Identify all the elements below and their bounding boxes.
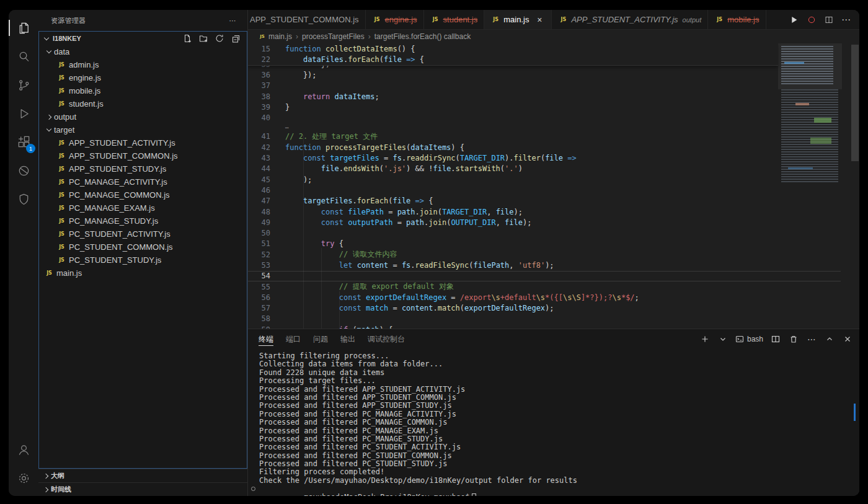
code-line[interactable]: 54 (248, 271, 841, 281)
collapse-all-icon[interactable] (229, 32, 242, 45)
code-line[interactable]: 55 // 提取 export default 对象 (248, 281, 841, 292)
breadcrumb-file[interactable]: main.js (268, 32, 292, 41)
account-icon[interactable] (9, 435, 38, 464)
indent-guide (321, 248, 322, 329)
code-line[interactable]: 49 const outputPath = path.join(OUTPUT_D… (248, 217, 841, 228)
run-icon[interactable] (787, 13, 801, 27)
code-line[interactable]: 40 (248, 112, 841, 123)
code-line[interactable]: 59 if (match) { (248, 324, 841, 329)
tree-item-pc-manage-exam[interactable]: PC_MANAGE_EXAM.js (39, 201, 247, 214)
new-file-icon[interactable] (181, 32, 193, 45)
code-text: // 提取 export default 对象 (285, 281, 454, 292)
tree-item-student-js[interactable]: student.js (39, 97, 247, 110)
code-editor[interactable]: 35 }) 36 }); 37 38 (248, 43, 859, 329)
code-line[interactable]: ⋯ (248, 123, 841, 131)
panel-tab-problems[interactable]: 问题 (313, 329, 328, 349)
tab-main-js[interactable]: main.js (484, 10, 552, 29)
sticky-line[interactable]: 22 dataFiles.forEach(file => { (248, 54, 778, 64)
code-line[interactable]: 47 targetFiles.forEach(file => { (248, 196, 841, 206)
split-terminal-icon[interactable] (770, 334, 781, 345)
split-editor-icon[interactable] (822, 13, 836, 27)
extensions-icon[interactable]: 1 (9, 128, 38, 156)
sticky-scroll[interactable]: 15 function collectDataItems() { 22 data… (248, 43, 778, 66)
tree-item-pc-manage-study[interactable]: PC_MANAGE_STUDY.js (39, 214, 247, 228)
breadcrumb-separator (368, 32, 371, 41)
code-line[interactable]: 50 (248, 228, 841, 238)
tree-item-app-student-activity[interactable]: APP_STUDENT_ACTIVITY.js (39, 136, 247, 149)
timeline-section[interactable]: 时间线 (38, 482, 247, 496)
breadcrumb-scope[interactable]: targetFiles.forEach() callback (374, 32, 471, 41)
tree-item-pc-manage-activity[interactable]: PC_MANAGE_ACTIVITY.js (39, 175, 247, 188)
terminal-output[interactable]: Starting filtering process... Collecting… (248, 349, 859, 496)
maximize-panel-icon[interactable] (824, 334, 835, 345)
tree-item-app-student-common[interactable]: APP_STUDENT_COMMON.js (39, 149, 247, 162)
code-line[interactable]: 56 const exportDefaultRegex = /export\s+… (248, 292, 841, 303)
search-icon[interactable] (9, 42, 38, 71)
minimap[interactable] (778, 43, 842, 189)
tab-app-student-activity-output[interactable]: APP_STUDENT_ACTIVITY.js output (552, 10, 708, 29)
tree-item-pc-manage-common[interactable]: PC_MANAGE_COMMON.js (39, 188, 247, 201)
code-line[interactable]: 45 ); (248, 174, 841, 185)
outline-section[interactable]: 大纲 (38, 469, 247, 482)
code-line[interactable]: 41 // 2. 处理 target 文件 (248, 131, 841, 142)
panel-tab-ports[interactable]: 端口 (286, 329, 301, 349)
stop-record-icon[interactable] (805, 13, 818, 27)
terminal-prompt: mayuhaodeMacBook-Pro:i18nKey mayuhao$ (304, 493, 469, 496)
remote-icon[interactable] (9, 156, 38, 185)
code-line[interactable]: 36 }); (248, 69, 841, 80)
scrollbar-thumb[interactable] (851, 45, 859, 161)
settings-gear-icon[interactable] (9, 464, 38, 492)
tree-item-data[interactable]: data (39, 45, 247, 58)
tab-student-js[interactable]: student.js (424, 10, 485, 29)
code-line[interactable]: 57 const match = content.match(exportDef… (248, 303, 841, 314)
workspace-root[interactable]: I18NKEY (39, 32, 247, 45)
code-line[interactable]: 38 return dataItems; (248, 91, 841, 102)
code-line[interactable]: 39 } (248, 102, 841, 112)
tree-item-pc-student-common[interactable]: PC_STUDENT_COMMON.js (39, 241, 247, 254)
close-panel-icon[interactable] (842, 334, 853, 345)
tree-item-target[interactable]: target (39, 123, 247, 136)
code-line[interactable]: 52 // 读取文件内容 (248, 249, 841, 260)
extension-view-icon[interactable] (9, 185, 38, 213)
code-line[interactable]: 43 const targetFiles = fs.readdirSync(TA… (248, 153, 841, 163)
tab-mobile-js[interactable]: mobile.js (708, 10, 766, 29)
more-actions-icon[interactable]: ⋯ (839, 13, 853, 27)
sticky-line[interactable]: 15 function collectDataItems() { (248, 43, 778, 54)
editor-scrollbar[interactable] (851, 43, 859, 329)
breadcrumb-scope[interactable]: processTargetFiles (302, 32, 365, 41)
tree-item-output[interactable]: output (39, 110, 247, 123)
kill-terminal-icon[interactable] (788, 334, 799, 345)
code-line[interactable]: 51 try { (248, 239, 841, 249)
panel-tab-terminal[interactable]: 终端 (259, 329, 273, 349)
code-line[interactable]: 58 (248, 314, 841, 324)
explorer-icon[interactable] (9, 14, 38, 42)
code-line[interactable]: 44 file.endsWith('.js') && !file.startsW… (248, 164, 841, 174)
run-debug-icon[interactable] (9, 99, 38, 128)
close-icon[interactable] (534, 14, 545, 25)
chevron-down-icon[interactable] (717, 334, 728, 345)
panel-tab-output[interactable]: 输出 (340, 329, 355, 349)
source-control-icon[interactable] (9, 71, 38, 99)
tree-item-admin-js[interactable]: admin.js (39, 58, 247, 71)
tree-item-mobile-js[interactable]: mobile.js (39, 84, 247, 97)
new-terminal-icon[interactable] (699, 334, 711, 345)
new-folder-icon[interactable] (197, 32, 210, 45)
tree-item-main-js[interactable]: main.js (39, 267, 247, 280)
code-line[interactable]: 53 let content = fs.readFileSync(filePat… (248, 260, 841, 270)
terminal-instance-bash[interactable]: bash (735, 335, 763, 343)
tab-app-student-common[interactable]: APP_STUDENT_COMMON.js (248, 10, 366, 29)
terminal-prompt-row[interactable]: mayuhaodeMacBook-Pro:i18nKey mayuhao$ (259, 485, 859, 493)
tree-item-engine-js[interactable]: engine.js (39, 71, 247, 84)
panel-more-icon[interactable]: ⋯ (806, 334, 817, 345)
code-line[interactable]: 37 (248, 81, 841, 91)
sidebar-more-icon[interactable]: ⋯ (226, 14, 239, 27)
tree-item-pc-student-study[interactable]: PC_STUDENT_STUDY.js (39, 254, 247, 267)
code-line[interactable]: 48 const filePath = path.join(TARGET_DIR… (248, 206, 841, 217)
code-line[interactable]: 46 (248, 185, 841, 195)
refresh-icon[interactable] (213, 32, 226, 45)
tree-item-app-student-study[interactable]: APP_STUDENT_STUDY.js (39, 162, 247, 175)
panel-tab-debug-console[interactable]: 调试控制台 (368, 329, 405, 349)
code-line[interactable]: 42 function processTargetFiles(dataItems… (248, 142, 841, 153)
tree-item-pc-student-activity[interactable]: PC_STUDENT_ACTIVITY.js (39, 228, 247, 241)
tab-engine-js[interactable]: engine.js (366, 10, 424, 29)
